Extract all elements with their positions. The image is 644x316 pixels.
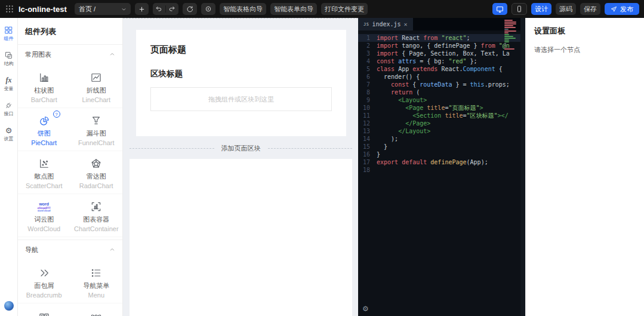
editor-tab-indexjs[interactable]: JS index.js ✕ bbox=[358, 18, 413, 30]
chevron-up-icon bbox=[109, 247, 115, 254]
code-line-4[interactable]: 4const attrs = { bg: "red" }; bbox=[358, 57, 525, 65]
refresh-button[interactable] bbox=[183, 3, 197, 15]
topbar: lc-online-test 首页 / 智能表格向导智能表单向导打印文件变更 设… bbox=[0, 0, 644, 18]
user-avatar[interactable] bbox=[4, 301, 14, 311]
monitor-icon bbox=[496, 5, 504, 13]
code-line-15[interactable]: 15 } bbox=[358, 143, 525, 151]
component-item-wordcloud[interactable]: wordcloud!!!word cloud 词云图 WordCloud bbox=[18, 194, 70, 237]
code-line-2[interactable]: 2import tango, { definePage } from "@n bbox=[358, 42, 525, 50]
source-mode-button[interactable]: 源码 bbox=[556, 3, 576, 15]
empty-page-block[interactable] bbox=[130, 159, 352, 316]
page-title[interactable]: 页面标题 bbox=[150, 44, 332, 56]
app-grid-icon[interactable] bbox=[5, 4, 14, 14]
section-title[interactable]: 区块标题 bbox=[150, 69, 332, 79]
code-line-3[interactable]: 3import { Page, Section, Box, Text, La bbox=[358, 50, 525, 57]
undo-icon bbox=[155, 5, 162, 13]
project-title: lc-online-test bbox=[19, 5, 67, 14]
code-line-12[interactable]: 12 </Page> bbox=[358, 119, 525, 127]
breadcrumb-icon bbox=[38, 266, 50, 280]
word-cloud-icon: wordcloud!!!word cloud bbox=[38, 200, 51, 214]
chevron-down-icon bbox=[121, 7, 127, 12]
rail-item-components[interactable]: 组件 bbox=[4, 25, 14, 41]
wizard-buttons: 智能表格向导智能表单向导打印文件变更 bbox=[220, 3, 368, 15]
settings-panel: 设置面板 请选择一个节点 bbox=[525, 18, 644, 316]
editor-tab-label: index.js bbox=[372, 21, 400, 27]
redo-icon bbox=[168, 5, 175, 13]
code-line-7[interactable]: 7 const { routeData } = this.props; bbox=[358, 81, 525, 88]
tab-close-icon[interactable]: ✕ bbox=[404, 21, 408, 27]
page-selector-dropdown[interactable]: 首页 / bbox=[75, 3, 131, 15]
add-page-block-button[interactable]: 添加页面区块 bbox=[130, 144, 352, 153]
editor-settings-gear-icon[interactable]: ⚙ bbox=[362, 305, 369, 313]
rail-item-structure[interactable]: 结构 bbox=[4, 50, 14, 66]
plus-icon bbox=[138, 6, 145, 13]
code-area[interactable]: 1import React from "react";2import tango… bbox=[358, 30, 525, 174]
variables-icon: fx bbox=[6, 75, 12, 85]
chart-container-icon bbox=[90, 200, 102, 214]
help-icon[interactable]: ? bbox=[53, 111, 60, 118]
component-item-scatterchart[interactable]: 散点图 ScatterChart bbox=[18, 151, 70, 194]
line-chart-icon bbox=[90, 70, 102, 85]
section-header-1[interactable]: 导航 bbox=[18, 240, 122, 259]
component-item-barchart[interactable]: 柱状图 BarChart bbox=[18, 65, 70, 108]
dropzone-placeholder: 拖拽组件或区块到这里 bbox=[208, 95, 274, 104]
wizard-button-2[interactable]: 打印文件变更 bbox=[321, 3, 368, 15]
page-card[interactable]: 页面标题 区块标题 拖拽组件或区块到这里 bbox=[136, 30, 346, 136]
code-line-8[interactable]: 8 return ( bbox=[358, 88, 525, 96]
pagination-icon bbox=[38, 309, 50, 316]
save-button[interactable]: 保存 bbox=[580, 3, 600, 15]
settings-icon: ⚙ bbox=[5, 125, 13, 135]
code-line-16[interactable]: 16} bbox=[358, 151, 525, 158]
wizard-button-0[interactable]: 智能表格向导 bbox=[220, 3, 266, 15]
code-line-14[interactable]: 14 ); bbox=[358, 135, 525, 143]
design-canvas[interactable]: 页面标题 区块标题 拖拽组件或区块到这里 添加页面区块 bbox=[123, 18, 358, 316]
settings-empty-hint: 请选择一个节点 bbox=[534, 45, 636, 54]
publish-label: 发布 bbox=[620, 5, 633, 14]
dropzone[interactable]: 拖拽组件或区块到这里 bbox=[150, 87, 332, 111]
wizard-button-1[interactable]: 智能表单向导 bbox=[270, 3, 317, 15]
section-header-0[interactable]: 常用图表 bbox=[18, 44, 122, 64]
editor-minimap[interactable] bbox=[504, 20, 519, 51]
code-line-1[interactable]: 1import React from "react"; bbox=[358, 34, 525, 42]
component-item-breadcrumb[interactable]: 面包屑 Breadcrumb bbox=[18, 260, 70, 303]
component-item-steps[interactable]: 步骤条 Steps bbox=[70, 303, 123, 316]
publish-button[interactable]: 发布 bbox=[605, 3, 639, 15]
undo-button[interactable] bbox=[153, 3, 165, 15]
code-line-18[interactable]: 18 bbox=[358, 166, 525, 174]
component-item-piechart[interactable]: 饼图 PieChart? bbox=[18, 108, 70, 151]
structure-icon bbox=[4, 50, 13, 60]
design-mode-button[interactable]: 设计 bbox=[531, 3, 551, 15]
add-page-button[interactable] bbox=[135, 3, 149, 15]
mobile-view-button[interactable] bbox=[511, 3, 527, 15]
component-item-pagination[interactable]: 分页 Pagination bbox=[18, 303, 70, 316]
components-panel-title: 组件列表 bbox=[18, 18, 122, 44]
components-icon bbox=[4, 25, 13, 35]
rail-item-variables[interactable]: fx变量 bbox=[4, 75, 14, 91]
code-line-9[interactable]: 9 <Layout> bbox=[358, 96, 525, 104]
radar-chart-icon bbox=[90, 157, 102, 171]
redo-button[interactable] bbox=[166, 3, 178, 15]
editor-scrollbar[interactable] bbox=[520, 18, 525, 316]
code-line-5[interactable]: 5class App extends React.Component { bbox=[358, 65, 525, 73]
component-item-linechart[interactable]: 折线图 LineChart bbox=[70, 65, 123, 108]
component-item-menu[interactable]: 导航菜单 Menu bbox=[70, 260, 123, 303]
component-item-radarchart[interactable]: 雷达图 RadarChart bbox=[70, 151, 123, 194]
menu-icon bbox=[90, 266, 102, 280]
steps-icon bbox=[90, 309, 102, 316]
code-line-6[interactable]: 6 render() { bbox=[358, 73, 525, 81]
chevron-up-icon bbox=[109, 51, 115, 59]
code-line-13[interactable]: 13 </Layout> bbox=[358, 127, 525, 135]
desktop-view-button[interactable] bbox=[492, 3, 507, 15]
rail-item-api[interactable]: 接口 bbox=[4, 100, 14, 116]
code-line-10[interactable]: 10 <Page title="页面标题"> bbox=[358, 104, 525, 112]
rail-item-settings[interactable]: ⚙设置 bbox=[4, 125, 14, 142]
component-item-funnelchart[interactable]: 漏斗图 FunnelChart bbox=[70, 108, 123, 151]
target-button[interactable] bbox=[201, 3, 215, 15]
page-selector-value: 首页 / bbox=[79, 5, 95, 14]
target-icon bbox=[205, 5, 212, 13]
code-line-17[interactable]: 17export default definePage(App); bbox=[358, 158, 525, 166]
bar-chart-icon bbox=[38, 70, 50, 85]
component-item-chartcontainer[interactable]: 图表容器 ChartContainer bbox=[70, 194, 123, 237]
code-line-11[interactable]: 11 <Section title="区块标题"></ bbox=[358, 112, 525, 119]
send-icon bbox=[611, 6, 617, 13]
